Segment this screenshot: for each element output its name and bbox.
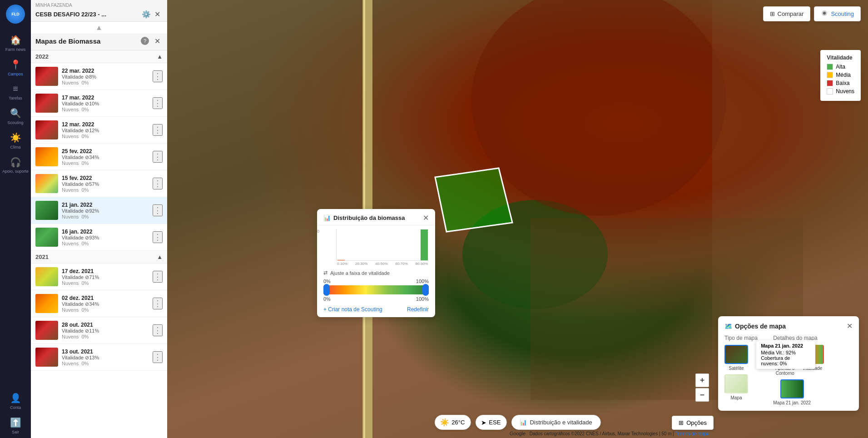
zoom-in-button[interactable]: + <box>695 373 709 387</box>
map-item-1[interactable]: 17 mar. 2022 Vitalidade ⊘10% Nuvens 0% ⋮ <box>31 90 167 117</box>
map-detail-jan2022[interactable]: Mapa 21 jan. 2022 Mapa 21 jan. 2022 Médi… <box>773 379 811 405</box>
map-item-3[interactable]: 25 fev. 2022 Vitalidade ⊘34% Nuvens 0% ⋮ <box>31 144 167 170</box>
map-menu-7[interactable]: ⋮ <box>153 271 163 283</box>
map-details-section: Detalhes do mapa Apenas oContorno Vitali… <box>773 335 853 405</box>
sidebar-item-clima[interactable]: ☀️ Clima <box>0 129 31 153</box>
year-2022-header[interactable]: 2022 ▲ <box>31 50 167 63</box>
panel-help-button[interactable]: ? <box>141 37 149 45</box>
map-options-popup: 🗺️ Opções de mapa ✕ Tipo de mapa Satélit… <box>718 316 859 411</box>
options-fab-button[interactable]: ⊞ Opções <box>672 416 714 430</box>
app-logo[interactable]: FLD <box>6 5 25 24</box>
scouting-button[interactable]: Scouting <box>814 6 861 21</box>
sidebar-item-sair[interactable]: ⬆️ Sair <box>10 413 21 438</box>
map-thumb-5 <box>35 201 58 220</box>
map-item-4[interactable]: 15 fev. 2022 Vitalidade ⊘57% Nuvens 0% ⋮ <box>31 170 167 197</box>
map-menu-0[interactable]: ⋮ <box>153 70 163 82</box>
farm-news-icon: 🏠 <box>10 35 21 45</box>
map-type-mapa[interactable]: Mapa <box>724 374 748 400</box>
apoio-icon: 🎧 <box>10 157 21 168</box>
farm-close-button[interactable]: ✕ <box>152 9 163 20</box>
map-menu-4[interactable]: ⋮ <box>153 178 163 189</box>
campos-icon: 📍 <box>10 59 21 70</box>
map-vitality-7: Vitalidade ⊘71% <box>62 274 149 280</box>
map-clouds-2: Nuvens 0% <box>62 134 149 139</box>
sidebar-item-conta[interactable]: 👤 Conta <box>10 389 21 413</box>
map-menu-2[interactable]: ⋮ <box>153 124 163 136</box>
vitality-range-labels: 0% 100% <box>323 279 429 284</box>
reset-link[interactable]: Redefinir <box>407 306 429 313</box>
map-item-5[interactable]: 21 jan. 2022 Vitalidade ⊘92% Nuvens 0% ⋮ <box>31 197 167 224</box>
farm-settings-button[interactable]: ⚙️ <box>141 9 152 20</box>
map-date-6: 16 jan. 2022 <box>62 229 149 235</box>
options-icon: 🗺️ <box>724 323 732 330</box>
map-date-0: 22 mar. 2022 <box>62 68 149 74</box>
chevron-up-2022-icon: ▲ <box>157 53 163 60</box>
popup-chart: 100 50 0-10% 20-30% 40-50% 60-70% <box>317 225 435 266</box>
map-vitality-10: Vitalidade ⊘13% <box>62 355 149 361</box>
terms-link[interactable]: Termos do mapa <box>675 431 709 436</box>
zoom-out-button[interactable]: − <box>695 388 709 402</box>
scroll-up-indicator[interactable]: ▲ <box>31 22 167 34</box>
vitality-handle-left[interactable] <box>323 284 330 296</box>
map-area[interactable]: ⊞ Comparar Scouting Vitalidade Alta <box>167 0 868 438</box>
map-info-7: 17 dez. 2021 Vitalidade ⊘71% Nuvens 0% <box>62 268 149 286</box>
map-menu-10[interactable]: ⋮ <box>153 351 163 363</box>
map-type-satelite[interactable]: Satélite <box>724 345 748 371</box>
compare-button[interactable]: ⊞ Comparar <box>763 6 811 21</box>
arrow-icon: ⇄ <box>323 270 327 276</box>
panel-close-button[interactable]: ✕ <box>152 35 163 46</box>
popup-header: 📊 Distribuição da biomassa ✕ <box>317 209 435 225</box>
map-thumb-10 <box>35 348 58 367</box>
panel-scroll-area[interactable]: 2022 ▲ 22 mar. 2022 Vitalidade ⊘8% Nuven… <box>31 50 167 438</box>
distribution-vitality-button[interactable]: 📊 Distribuição e vitalidade <box>511 415 600 430</box>
map-menu-8[interactable]: ⋮ <box>153 298 163 309</box>
map-clouds-9: Nuvens 0% <box>62 334 149 339</box>
map-date-4: 15 fev. 2022 <box>62 175 149 181</box>
map-info-2: 12 mar. 2022 Vitalidade ⊘12% Nuvens 0% <box>62 121 149 139</box>
map-item-2[interactable]: 12 mar. 2022 Vitalidade ⊘12% Nuvens 0% ⋮ <box>31 117 167 144</box>
map-menu-5[interactable]: ⋮ <box>153 204 163 216</box>
clima-icon: ☀️ <box>10 132 21 143</box>
map-info-3: 25 fev. 2022 Vitalidade ⊘34% Nuvens 0% <box>62 148 149 166</box>
map-item-7[interactable]: 17 dez. 2021 Vitalidade ⊘71% Nuvens 0% ⋮ <box>31 264 167 290</box>
sair-icon: ⬆️ <box>10 417 21 428</box>
year-2021-header[interactable]: 2021 ▲ <box>31 251 167 264</box>
map-date-5: 21 jan. 2022 <box>62 202 149 208</box>
map-menu-6[interactable]: ⋮ <box>153 231 163 243</box>
map-item-8[interactable]: 02 dez. 2021 Vitalidade ⊘34% Nuvens 0% ⋮ <box>31 290 167 317</box>
map-menu-1[interactable]: ⋮ <box>153 97 163 109</box>
sidebar-item-tarefas[interactable]: ≡ Tarefas <box>0 80 31 104</box>
legend-item-nuvens: Nuvens <box>827 88 854 95</box>
panel-header: Mapas de Biomassa ? ✕ <box>31 34 167 50</box>
map-info-4: 15 fev. 2022 Vitalidade ⊘57% Nuvens 0% <box>62 175 149 193</box>
zoom-controls: + − <box>695 373 709 402</box>
map-topbar: ⊞ Comparar Scouting <box>756 0 868 28</box>
map-menu-9[interactable]: ⋮ <box>153 324 163 336</box>
create-scouting-link[interactable]: + Criar nota de Scouting <box>323 306 382 313</box>
panel-actions: ? ✕ <box>141 35 163 46</box>
map-clouds-4: Nuvens 0% <box>62 187 149 193</box>
map-thumb-0 <box>35 67 58 86</box>
sidebar-item-campos[interactable]: 📍 Campos <box>0 55 31 80</box>
map-thumb-6 <box>35 228 58 247</box>
panel-title: Mapas de Biomassa <box>35 37 100 45</box>
sidebar-item-apoio-suporte[interactable]: 🎧 Apoio, suporte <box>0 153 31 178</box>
map-thumb-satelite <box>724 345 748 364</box>
options-close-button[interactable]: ✕ <box>847 322 853 330</box>
svg-marker-6 <box>435 168 512 232</box>
popup-close-button[interactable]: ✕ <box>423 214 429 222</box>
map-vitality-8: Vitalidade ⊘34% <box>62 301 149 307</box>
map-thumb-2 <box>35 120 58 139</box>
map-thumb-1 <box>35 94 58 113</box>
map-item-0[interactable]: 22 mar. 2022 Vitalidade ⊘8% Nuvens 0% ⋮ <box>31 63 167 90</box>
map-attribution: Dados cartográficos ©2022 CNES / Airbus,… <box>530 431 709 436</box>
sidebar-item-farm-news[interactable]: 🏠 Farm news <box>0 31 31 55</box>
map-item-9[interactable]: 28 out. 2021 Vitalidade ⊘11% Nuvens 0% ⋮ <box>31 317 167 344</box>
map-item-10[interactable]: 13 out. 2021 Vitalidade ⊘13% Nuvens 0% ⋮ <box>31 344 167 371</box>
map-menu-3[interactable]: ⋮ <box>153 151 163 163</box>
map-item-6[interactable]: 16 jan. 2022 Vitalidade ⊘93% Nuvens 0% ⋮ <box>31 224 167 251</box>
vitality-handle-right[interactable] <box>422 284 429 296</box>
sidebar-item-scouting[interactable]: 🔍 Scouting <box>0 104 31 129</box>
scouting-icon: 🔍 <box>10 108 21 119</box>
chevron-up-icon: ▲ <box>95 24 103 31</box>
